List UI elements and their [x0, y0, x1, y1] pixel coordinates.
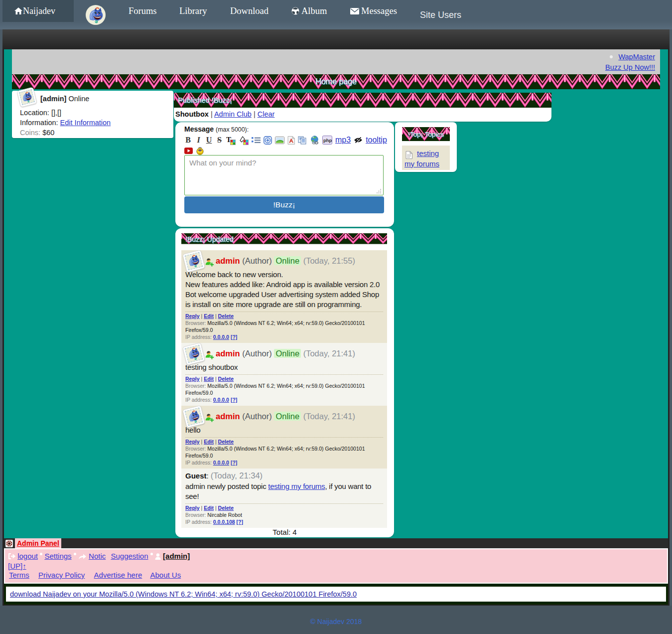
message-row: admin (Author) Online (Today, 21:55) Wel…	[181, 250, 387, 343]
message-actions: Reply | Edit | Delete	[185, 375, 383, 382]
message-author[interactable]: admin	[216, 349, 240, 358]
settings-link[interactable]: Settings	[44, 552, 71, 560]
ip-link[interactable]: 0.0.0.0	[213, 334, 229, 340]
strike-button[interactable]: S	[216, 136, 223, 145]
pdf-button[interactable]	[287, 136, 295, 145]
reply-link[interactable]: Reply	[185, 313, 200, 319]
buzz-submit-button[interactable]: !Buzz¡	[184, 196, 384, 213]
copyright-link[interactable]: © Naijadev 2018	[310, 618, 362, 626]
youtube-button[interactable]	[184, 148, 193, 154]
ip-help-link[interactable]: [?]	[231, 397, 237, 403]
message-max-hint: (max 5000):	[216, 126, 249, 133]
ip-link[interactable]: 0.0.0.0	[213, 397, 229, 403]
edit-link[interactable]: Edit	[204, 376, 214, 382]
ip-link[interactable]: 0.0.0.108	[213, 519, 235, 525]
guest-topic-link[interactable]: testing my forums	[268, 482, 325, 490]
dot-separator	[150, 553, 153, 555]
tab-clear[interactable]: Clear	[258, 110, 275, 118]
notic-link[interactable]: Notic	[89, 552, 106, 560]
edit-link[interactable]: Edit	[204, 505, 214, 511]
nav-item-forums[interactable]: Forums	[129, 0, 157, 22]
message-author[interactable]: admin	[216, 256, 240, 265]
list-button[interactable]	[252, 137, 261, 144]
delete-link[interactable]: Delete	[218, 313, 234, 319]
avatar-photo	[185, 252, 203, 270]
underline-button[interactable]: U	[205, 136, 213, 145]
tooltip-button[interactable]: tooltip	[366, 136, 387, 145]
text-color-button[interactable]: T	[226, 136, 236, 145]
nav-item-download[interactable]: Download	[230, 0, 269, 22]
nav-avatar[interactable]	[86, 5, 106, 25]
nav-item-messages[interactable]: Messages	[350, 0, 397, 22]
download-box: download Naijadev on your Mozilla/5.0 (W…	[6, 587, 666, 602]
nav-item-site-users[interactable]: Site Users	[420, 4, 461, 26]
ip-link[interactable]: 0.0.0.0	[213, 460, 229, 466]
mascot-avatar-icon	[185, 408, 202, 425]
tab-admin-club[interactable]: Admin Club	[214, 110, 252, 118]
message-author[interactable]: admin	[216, 412, 240, 421]
delete-link[interactable]: Delete	[218, 439, 234, 445]
message-header: admin (Author) Online (Today, 21:55)	[185, 252, 383, 270]
message-avatar[interactable]	[182, 405, 205, 428]
resize-handle[interactable]	[377, 188, 382, 193]
location-value: [],[]	[51, 109, 61, 117]
privacy-link[interactable]: Privacy Policy	[38, 571, 85, 579]
fill-color-button[interactable]	[239, 136, 249, 145]
edit-information-link[interactable]: Edit Information	[60, 119, 111, 127]
image-button[interactable]	[275, 137, 284, 144]
edit-link[interactable]: Edit	[204, 439, 214, 445]
message-time: (Today, 21:34)	[211, 471, 263, 480]
add-plus-button[interactable]	[264, 136, 272, 145]
topic-link[interactable]: testing my forums	[402, 148, 449, 169]
message-body: testing shoutbox	[185, 362, 383, 372]
advertise-link[interactable]: Advertise here	[94, 571, 142, 579]
message-body: admin newly posted topic testing my foru…	[185, 481, 383, 501]
reply-link[interactable]: Reply	[185, 376, 200, 382]
edit-link[interactable]: Edit	[204, 313, 214, 319]
logout-link[interactable]: logout	[17, 552, 38, 560]
tab-shoutbox: Shoutbox	[175, 110, 209, 118]
author-tag: (Author)	[242, 412, 272, 421]
terms-link[interactable]: Terms	[9, 571, 29, 579]
nav-item-album[interactable]: Album	[291, 0, 327, 22]
up-link[interactable]: [UP]↑	[8, 562, 26, 570]
add-user-icon[interactable]	[205, 258, 215, 267]
add-user-icon[interactable]	[205, 413, 215, 423]
smiley-button[interactable]	[196, 147, 204, 155]
admin-panel-chip: Admin Panel	[15, 538, 61, 548]
home-icon	[14, 7, 22, 15]
message-avatar[interactable]	[182, 250, 205, 273]
hidden-eye-button[interactable]	[354, 137, 363, 143]
message-textarea[interactable]	[184, 155, 384, 195]
link-globe-button[interactable]	[310, 136, 319, 145]
suggestion-link[interactable]: Suggestion	[111, 552, 148, 560]
copy-button[interactable]	[298, 136, 307, 145]
download-link[interactable]: download Naijadev on your Mozilla/5.0 (W…	[10, 590, 357, 598]
ip-help-link[interactable]: [?]	[231, 334, 237, 340]
add-user-icon[interactable]	[205, 350, 215, 360]
message-avatar[interactable]	[182, 342, 205, 365]
buzz-up-link[interactable]: Buzz Up Now!!!	[605, 63, 655, 71]
reply-link[interactable]: Reply	[185, 505, 200, 511]
mp3-button[interactable]: mp3	[335, 136, 351, 145]
bold-button[interactable]: B	[184, 136, 192, 145]
ip-help-link[interactable]: [?]	[231, 460, 237, 466]
nav-item-library[interactable]: Library	[179, 0, 207, 22]
delete-link[interactable]: Delete	[218, 376, 234, 382]
italic-button[interactable]: I	[195, 136, 202, 145]
reply-link[interactable]: Reply	[185, 439, 200, 445]
delete-link[interactable]: Delete	[218, 505, 234, 511]
separator: |	[201, 505, 203, 511]
footer-admin-link[interactable]: [admin]	[163, 552, 190, 560]
admin-panel-link[interactable]: Admin Panel	[17, 539, 59, 547]
message-header: admin (Author) Online (Today, 21:41)	[185, 407, 383, 425]
ip-help-link[interactable]: [?]	[237, 519, 243, 525]
message-actions: Reply | Edit | Delete	[185, 312, 383, 319]
nav-tab-home[interactable]: Naijadev	[2, 0, 74, 22]
admin-gear-icon	[5, 540, 13, 547]
about-link[interactable]: About Us	[150, 571, 181, 579]
bbcode-toolbar-row2	[184, 146, 204, 155]
mascot-avatar-icon	[87, 6, 105, 24]
wapmaster-link[interactable]: WapMaster	[618, 53, 655, 61]
php-button[interactable]: php	[322, 136, 332, 145]
